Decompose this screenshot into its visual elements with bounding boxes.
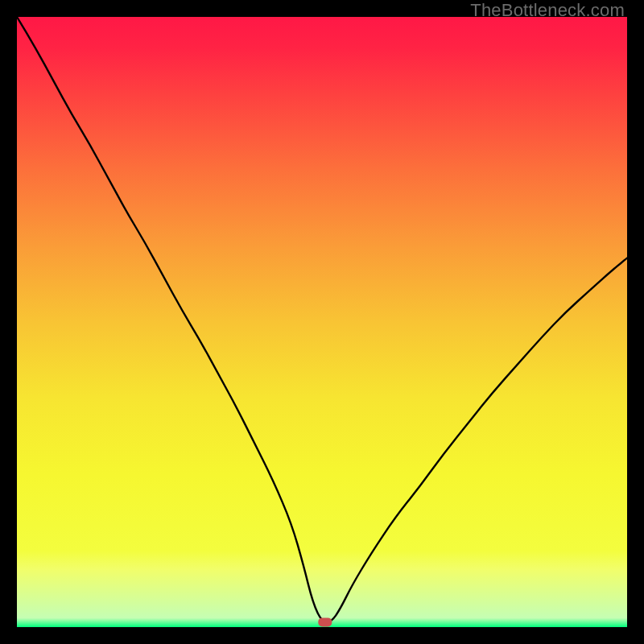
chart-background xyxy=(17,17,627,627)
optimal-marker xyxy=(318,617,332,626)
watermark-text: TheBottleneck.com xyxy=(470,0,625,21)
chart-frame: TheBottleneck.com xyxy=(0,0,644,644)
bottleneck-chart xyxy=(17,17,627,627)
